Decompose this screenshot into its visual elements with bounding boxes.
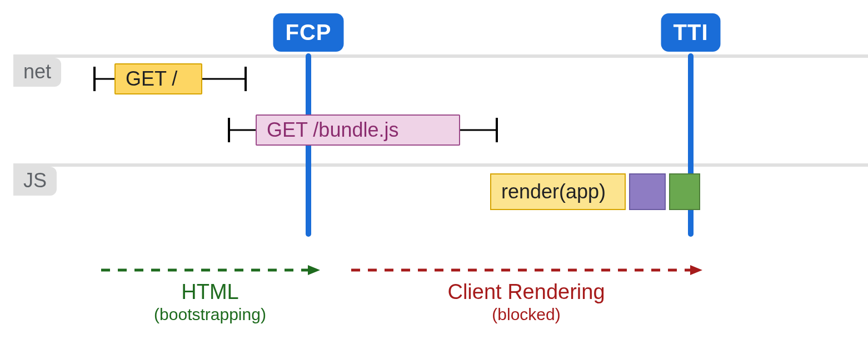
phase-html-title: HTML — [100, 280, 320, 304]
js-task-render: render(app) — [490, 173, 626, 210]
milestone-tti-label: TTI — [661, 13, 721, 52]
phase-arrow-html — [100, 262, 320, 278]
lane-separator-mid — [13, 163, 868, 167]
js-task-green — [669, 173, 700, 210]
phase-html-sub: (bootstrapping) — [100, 305, 320, 324]
phase-html: HTML (bootstrapping) — [100, 280, 320, 324]
phase-arrow-cr — [350, 262, 702, 278]
phase-cr-title: Client Rendering — [350, 280, 702, 304]
lane-label-net: net — [13, 58, 61, 87]
svg-marker-1 — [308, 265, 320, 275]
request-root-label: GET / — [126, 67, 177, 91]
request-bundle-tick-right — [496, 118, 498, 142]
milestone-fcp-label: FCP — [273, 13, 344, 52]
timeline-diagram: net JS FCP TTI GET / GET /bundle.js rend… — [0, 0, 868, 349]
phase-cr-sub: (blocked) — [350, 305, 702, 324]
request-root-tick-left — [93, 67, 96, 91]
lane-separator-top — [13, 54, 868, 58]
request-bundle-tick-left — [228, 118, 230, 142]
lane-label-js: JS — [13, 167, 57, 196]
request-root-box: GET / — [114, 63, 202, 94]
phase-cr: Client Rendering (blocked) — [350, 280, 702, 324]
request-bundle-label: GET /bundle.js — [267, 118, 398, 142]
js-task-purple — [629, 173, 666, 210]
request-root-tick-right — [245, 67, 247, 91]
request-bundle: GET /bundle.js — [228, 114, 498, 146]
js-task-render-label: render(app) — [501, 180, 606, 203]
request-root: GET / — [93, 63, 247, 94]
svg-marker-3 — [690, 265, 702, 275]
request-bundle-box: GET /bundle.js — [256, 114, 460, 146]
